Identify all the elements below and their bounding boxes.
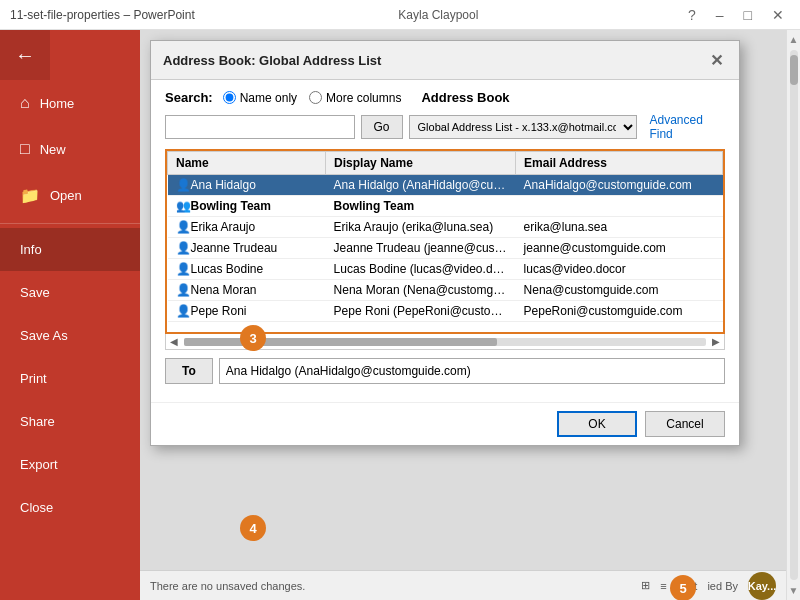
cell-name: 👤Pepe Roni xyxy=(168,301,326,322)
maximize-button[interactable]: □ xyxy=(738,5,758,25)
titlebar: 11-set-file-properties – PowerPoint Kayl… xyxy=(0,0,800,30)
table-row[interactable]: 👥Bowling Team Bowling Team xyxy=(168,196,723,217)
sidebar-item-close[interactable]: Close xyxy=(0,486,140,529)
address-book-dialog: Address Book: Global Address List ✕ Sear… xyxy=(150,40,740,446)
right-scrollbar[interactable]: ▲ ▼ xyxy=(786,30,800,600)
status-text: There are no unsaved changes. xyxy=(150,580,305,592)
sidebar-divider xyxy=(0,223,140,224)
user-icon: 👤 xyxy=(176,283,191,297)
radio-more-columns-label: More columns xyxy=(326,91,401,105)
user-icon: 👤 xyxy=(176,178,191,192)
dialog-close-button[interactable]: ✕ xyxy=(705,49,727,71)
sidebar-item-info[interactable]: Info xyxy=(0,228,140,271)
sidebar-item-print[interactable]: Print xyxy=(0,357,140,400)
cell-display: Ana Hidalgo (AnaHidalgo@custom... xyxy=(326,175,516,196)
advanced-find-link[interactable]: Advanced Find xyxy=(649,113,725,141)
address-table-container: Name Display Name Email Address 👤Ana Hid… xyxy=(165,149,725,334)
sidebar-nav: ⌂ Home □ New 📁 Open Info Save Save As xyxy=(0,80,140,529)
to-button[interactable]: To xyxy=(165,358,213,384)
user-icon: 👤 xyxy=(176,220,191,234)
scroll-thumb-vertical xyxy=(790,55,798,85)
cell-name: 👥Bowling Team xyxy=(168,196,326,217)
sidebar-item-save[interactable]: Save xyxy=(0,271,140,314)
scroll-thumb xyxy=(184,338,497,346)
cell-name: 👤Erika Araujo xyxy=(168,217,326,238)
table-row[interactable]: 👤Ana Hidalgo Ana Hidalgo (AnaHidalgo@cus… xyxy=(168,175,723,196)
address-table: Name Display Name Email Address 👤Ana Hid… xyxy=(167,151,723,322)
sidebar-item-export[interactable]: Export xyxy=(0,443,140,486)
col-display: Display Name xyxy=(326,152,516,175)
sidebar: ← ⌂ Home □ New 📁 Open Info Save S xyxy=(0,30,140,600)
back-button[interactable]: ← xyxy=(0,30,50,80)
radio-more-columns[interactable]: More columns xyxy=(309,91,401,105)
user-initials: Kay... xyxy=(748,580,777,592)
powerpoint-icon: ⊞ xyxy=(641,579,650,592)
sidebar-label-open: Open xyxy=(50,188,82,203)
step-badge-5: 5 xyxy=(670,575,696,600)
table-row[interactable]: 👤Pepe Roni Pepe Roni (PepeRoni@customgui… xyxy=(168,301,723,322)
avatar: Kay... xyxy=(748,572,776,600)
radio-name-only[interactable]: Name only xyxy=(223,91,297,105)
sidebar-item-open[interactable]: 📁 Open xyxy=(0,172,140,219)
scroll-down-button[interactable]: ▼ xyxy=(787,583,800,598)
cell-display: Pepe Roni (PepeRoni@customguid... xyxy=(326,301,516,322)
to-input[interactable] xyxy=(219,358,725,384)
col-email: Email Address xyxy=(516,152,723,175)
table-row[interactable]: 👤Jeanne Trudeau Jeanne Trudeau (jeanne@c… xyxy=(168,238,723,259)
statusbar-right: ⊞ ≡ Last ied By Kay... xyxy=(641,572,776,600)
sidebar-label-print: Print xyxy=(20,371,47,386)
cell-name: 👤Nena Moran xyxy=(168,280,326,301)
sidebar-label-new: New xyxy=(40,142,66,157)
sidebar-item-new[interactable]: □ New xyxy=(0,126,140,172)
minimize-button[interactable]: – xyxy=(710,5,730,25)
table-row[interactable]: 👤Erika Araujo Erika Araujo (erika@luna.s… xyxy=(168,217,723,238)
cell-display: Bowling Team xyxy=(326,196,516,217)
user-icon: 👤 xyxy=(176,262,191,276)
cell-email: AnaHidalgo@customguide.com xyxy=(516,175,723,196)
dialog-body: Search: Name only More columns Addre xyxy=(151,80,739,402)
ok-button[interactable]: OK xyxy=(557,411,637,437)
cancel-button[interactable]: Cancel xyxy=(645,411,725,437)
table-row[interactable]: 👤Lucas Bodine Lucas Bodine (lucas@video.… xyxy=(168,259,723,280)
dialog-overlay: Address Book: Global Address List ✕ Sear… xyxy=(140,30,786,600)
search-input[interactable] xyxy=(165,115,355,139)
table-row[interactable]: 👤Nena Moran Nena Moran (Nena@customguide… xyxy=(168,280,723,301)
user-icon: 👤 xyxy=(176,304,191,318)
step-badge-3: 3 xyxy=(240,325,266,351)
user-icon: 👤 xyxy=(176,241,191,255)
back-icon: ← xyxy=(15,44,35,67)
cell-display: Lucas Bodine (lucas@video.docor) xyxy=(326,259,516,280)
cell-display: Jeanne Trudeau (jeanne@customg... xyxy=(326,238,516,259)
sidebar-label-export: Export xyxy=(20,457,58,472)
sidebar-item-save-as[interactable]: Save As xyxy=(0,314,140,357)
help-icon[interactable]: ? xyxy=(682,5,702,25)
go-button[interactable]: Go xyxy=(361,115,403,139)
cell-email: lucas@video.docor xyxy=(516,259,723,280)
search-row: Search: Name only More columns Addre xyxy=(165,90,725,105)
scroll-up-button[interactable]: ▲ xyxy=(787,32,800,47)
modified-by-label: ied By xyxy=(707,580,738,592)
radio-group: Name only More columns xyxy=(223,91,402,105)
scroll-icon: ≡ xyxy=(660,580,666,592)
main-content: Info Address Book: Global Address List ✕… xyxy=(140,30,786,600)
sidebar-label-save: Save xyxy=(20,285,50,300)
cell-email: erika@luna.sea xyxy=(516,217,723,238)
search-label: Search: xyxy=(165,90,213,105)
radio-more-columns-input[interactable] xyxy=(309,91,322,104)
scroll-right-button[interactable]: ▶ xyxy=(708,334,724,349)
cell-email xyxy=(516,196,723,217)
close-window-button[interactable]: ✕ xyxy=(766,5,790,25)
step-badge-4: 4 xyxy=(240,515,266,541)
sidebar-label-close: Close xyxy=(20,500,53,515)
sidebar-label-share: Share xyxy=(20,414,55,429)
group-icon: 👥 xyxy=(176,199,191,213)
scroll-left-button[interactable]: ◀ xyxy=(166,334,182,349)
table-header: Name Display Name Email Address xyxy=(168,152,723,175)
radio-name-only-input[interactable] xyxy=(223,91,236,104)
sidebar-label-save-as: Save As xyxy=(20,328,68,343)
dialog-titlebar: Address Book: Global Address List ✕ xyxy=(151,41,739,80)
sidebar-item-home[interactable]: ⌂ Home xyxy=(0,80,140,126)
address-book-label: Address Book xyxy=(421,90,509,105)
address-book-select[interactable]: Global Address List - x.133.x@hotmail.co… xyxy=(409,115,638,139)
sidebar-item-share[interactable]: Share xyxy=(0,400,140,443)
